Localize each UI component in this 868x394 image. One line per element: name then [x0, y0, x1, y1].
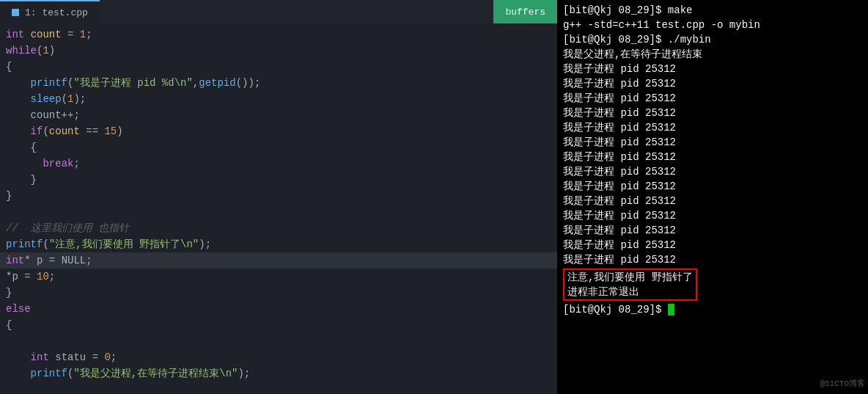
terminal-line: 我是子进程 pid 25312: [563, 106, 862, 120]
code-line: printf("我是子进程 pid %d\n",getpid());: [0, 75, 557, 91]
code-line: *p = 10;: [0, 269, 557, 285]
code-editor: 1: test.cpp buffers int count = 1; while…: [0, 0, 557, 394]
code-line: if(count == 15): [0, 123, 557, 139]
terminal-line: 我是子进程 pid 25312: [563, 194, 862, 208]
terminal-line: 我是子进程 pid 25312: [563, 91, 862, 106]
terminal-line: 我是子进程 pid 25312: [563, 179, 862, 194]
code-line: }: [0, 285, 557, 301]
code-line: int count = 1;: [0, 26, 557, 43]
code-line: count++;: [0, 107, 557, 123]
code-line: int statu = 0;: [0, 349, 557, 365]
code-line: sleep(1);: [0, 91, 557, 107]
terminal-panel: [bit@Qkj 08_29]$ make g++ -std=c++11 tes…: [557, 0, 868, 394]
code-line: break;: [0, 156, 557, 172]
watermark: @51CTO博客: [820, 376, 865, 391]
buffer-tab[interactable]: buffers: [493, 0, 557, 23]
code-line: printf("注意,我们要使用 野指针了\n");: [0, 236, 557, 252]
code-line: while(1): [0, 43, 557, 59]
code-line: printf("我是父进程,在等待子进程结束\n");: [0, 365, 557, 382]
terminal-line: [bit@Qkj 08_29]$: [563, 302, 862, 317]
code-line: }: [0, 172, 557, 188]
terminal-line: 我是子进程 pid 25312: [563, 120, 862, 135]
terminal-line: 我是子进程 pid 25312: [563, 164, 862, 179]
code-line: else: [0, 301, 557, 317]
code-line: [0, 204, 557, 220]
terminal-line: 我是子进程 pid 25312: [563, 76, 862, 91]
tab-label: 1: test.cpp: [25, 7, 88, 18]
terminal-line: g++ -std=c++11 test.cpp -o mybin: [563, 18, 862, 32]
cursor-block: [668, 304, 674, 315]
code-body: int count = 1; while(1) { printf("我是子进程 …: [0, 23, 557, 394]
code-line-highlighted: int* p = NULL;: [0, 252, 557, 269]
terminal-line: 我是子进程 pid 25312: [563, 62, 862, 76]
error-box: 注意,我们要使用 野指针了 进程非正常退出: [563, 269, 697, 301]
code-line: [0, 333, 557, 349]
terminal-line: 我是子进程 pid 25312: [563, 150, 862, 164]
terminal-line: [bit@Qkj 08_29]$ ./mybin: [563, 32, 862, 47]
terminal-line: [bit@Qkj 08_29]$ make: [563, 3, 862, 18]
terminal-line: 注意,我们要使用 野指针了: [567, 270, 693, 285]
active-tab[interactable]: 1: test.cpp: [0, 0, 100, 23]
tab-bar: 1: test.cpp buffers: [0, 0, 557, 23]
code-line: }: [0, 188, 557, 204]
code-line: {: [0, 59, 557, 75]
buffer-label: buffers: [505, 7, 545, 18]
terminal-line: 我是子进程 pid 25312: [563, 208, 862, 223]
terminal-line: 我是子进程 pid 25312: [563, 252, 862, 267]
code-line: {: [0, 139, 557, 156]
terminal-line: 我是子进程 pid 25312: [563, 238, 862, 252]
terminal-line: 我是子进程 pid 25312: [563, 223, 862, 238]
terminal-line: 我是子进程 pid 25312: [563, 135, 862, 150]
terminal-line: 进程非正常退出: [567, 285, 693, 299]
terminal-line: 我是父进程,在等待子进程结束: [563, 47, 862, 62]
code-line: // 这里我们使用 也指针: [0, 220, 557, 236]
code-line: {: [0, 317, 557, 333]
